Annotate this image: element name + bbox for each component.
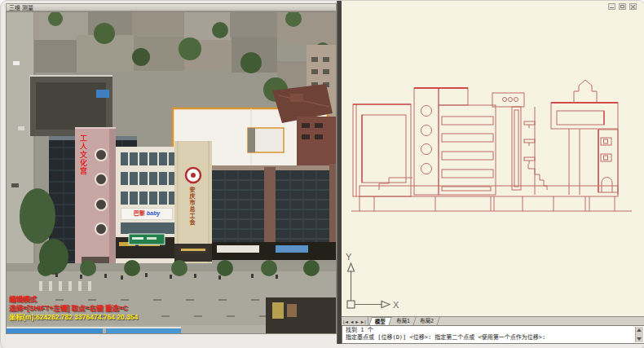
edit-mode-overlay: 编辑模式 选择=[SHIFT+左键] 取点=右键 重选=C 坐标(m):6242… — [9, 295, 138, 322]
viewer-3d-panel: 三维 测量 — [6, 3, 337, 333]
building-sign-baby: 巴黎 baby — [121, 208, 173, 220]
app-window: 三维 测量 — [0, 0, 644, 348]
scroll-up-icon[interactable] — [637, 328, 642, 332]
ucs-y-label: Y — [346, 252, 352, 262]
cad-panel: Y X |◄ ◄ ► ►| 模型 布局1 布局2 找到 1 个 指定基点或 [位… — [342, 1, 644, 344]
overlay-coordinates: 坐标(m):624262.782 3376474.764 20.354 — [9, 313, 138, 322]
baby-sign-en: baby — [147, 210, 160, 216]
command-line[interactable]: 找到 1 个 指定基点或 [位移(D)] <位移>: 指定第二个点或 <使用第一… — [342, 325, 644, 344]
close-icon[interactable] — [629, 3, 637, 10]
viewer-title: 三维 测量 — [9, 5, 33, 11]
building-sign-union: 安庆市总工会 — [187, 187, 196, 226]
command-prompt-line: 指定基点或 [位移(D)] <位移>: 指定第二个点或 <使用第一个点作为位移>… — [346, 334, 634, 341]
scroll-down-icon[interactable] — [637, 337, 642, 341]
maximize-icon[interactable] — [619, 3, 626, 10]
tab-nav-first-icon[interactable]: |◄ — [343, 319, 349, 324]
aerial-photo-viewport[interactable]: 工人文化宫 安庆市总工会 巴黎 baby 编辑模式 选择=[SHIFT+左键] … — [6, 11, 337, 334]
tab-nav-last-icon[interactable]: ►| — [360, 319, 366, 324]
cad-drawing-canvas[interactable]: Y X — [342, 1, 644, 316]
command-scrollbar[interactable] — [635, 327, 643, 342]
tab-nav-prev-icon[interactable]: ◄ — [350, 319, 354, 324]
overlay-hint-label: 选择=[SHIFT+左键] 取点=右键 重选=C — [9, 304, 138, 313]
overlay-mode-label: 编辑模式 — [9, 295, 138, 304]
baby-sign-cn: 巴黎 — [134, 210, 145, 216]
dark-roof-building — [29, 76, 112, 136]
blue-awning — [7, 328, 103, 333]
building-sign-workers-palace: 工人文化宫 — [78, 134, 89, 175]
large-tree — [20, 188, 55, 244]
ucs-x-label: X — [393, 300, 399, 310]
tab-nav-next-icon[interactable]: ► — [355, 319, 359, 324]
glass-towers-right — [212, 164, 336, 260]
viewer-titlebar[interactable]: 三维 测量 — [6, 3, 337, 11]
window-controls — [608, 3, 637, 10]
aerial-photo-graphic — [7, 12, 336, 333]
bottom-right-shop — [266, 297, 336, 333]
command-history-line: 找到 1 个 — [346, 327, 634, 334]
minimize-icon[interactable] — [608, 3, 615, 10]
